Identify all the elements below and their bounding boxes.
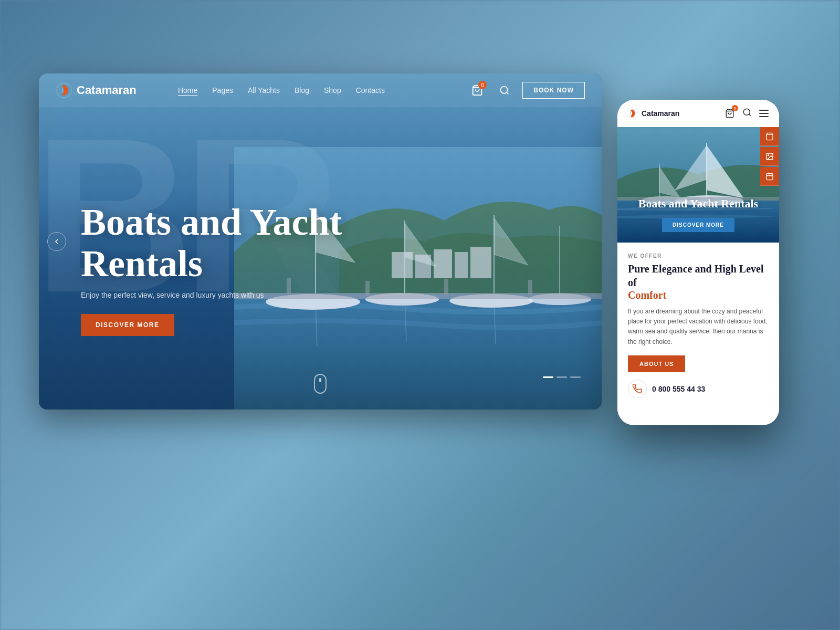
desktop-hero: BR (39, 74, 602, 410)
svg-point-25 (501, 87, 508, 93)
mobile-search-icon (742, 108, 752, 117)
svg-rect-18 (444, 279, 448, 295)
mobile-logo[interactable]: Catamaran (626, 107, 679, 120)
svg-rect-41 (766, 173, 773, 180)
svg-rect-19 (528, 280, 532, 295)
desktop-nav-actions: 0 BOOK NOW (468, 81, 585, 100)
mobile-sidebar-calendar-button[interactable] (760, 167, 779, 186)
offer-title-block: Pure Elegance and High Level of Comfort (628, 262, 769, 301)
mobile-cart-button[interactable]: 0 (722, 106, 737, 121)
we-offer-label: WE OFFER (628, 253, 769, 259)
desktop-cart-button[interactable]: 0 (468, 81, 487, 100)
hamburger-line-2 (759, 113, 769, 114)
phone-svg-icon (633, 384, 642, 394)
slider-prev-button[interactable] (47, 232, 66, 251)
desktop-hero-title: Boats and Yacht Rentals (81, 202, 375, 285)
svg-point-40 (768, 154, 769, 155)
svg-line-30 (749, 114, 750, 116)
mobile-logo-text: Catamaran (642, 109, 679, 118)
slider-dot-1[interactable] (543, 376, 553, 378)
desktop-nav-links: Home Pages All Yachts Blog Shop Contacts (178, 86, 385, 94)
nav-link-home[interactable]: Home (178, 86, 197, 94)
offer-description: If you are dreaming about the cozy and p… (628, 307, 769, 347)
mobile-sidebar-cart-icon (765, 132, 774, 141)
offer-title-line1: Pure Elegance and High Level of (628, 263, 764, 288)
mobile-sidebar-image-button[interactable] (760, 147, 779, 166)
mobile-hero-content: Boats and Yacht Rentals DISCOVER MORE (628, 196, 769, 232)
desktop-logo-text: Catamaran (77, 83, 136, 97)
nav-link-contacts[interactable]: Contacts (356, 86, 385, 94)
svg-rect-3 (434, 249, 452, 278)
mobile-logo-icon (626, 107, 638, 120)
nav-link-all-yachts[interactable]: All Yachts (248, 86, 280, 94)
mobile-content-section: WE OFFER Pure Elegance and High Level of… (617, 243, 779, 425)
mobile-cart-badge: 0 (732, 105, 738, 111)
desktop-search-button[interactable] (495, 81, 514, 100)
slider-dots (543, 376, 581, 378)
nav-link-shop[interactable]: Shop (324, 86, 341, 94)
phone-number: 0 800 555 44 33 (652, 385, 705, 393)
desktop-book-now-button[interactable]: BOOK NOW (522, 82, 585, 99)
offer-title-accent: Comfort (628, 289, 769, 301)
desktop-hero-subtitle: Enjoy the perfect view, service and luxu… (81, 291, 375, 299)
desktop-discover-button[interactable]: DISCOVER MORE (81, 314, 174, 336)
mobile-sidebar-actions (760, 127, 779, 186)
phone-icon[interactable] (628, 380, 647, 398)
mobile-hero-image: Boats and Yacht Rentals DISCOVER MORE (617, 127, 779, 243)
slider-dot-3[interactable] (570, 376, 581, 378)
svg-point-29 (743, 109, 750, 115)
desktop-mockup: BR (39, 74, 602, 410)
desktop-cart-badge: 0 (478, 81, 487, 89)
desktop-logo-icon (56, 82, 72, 99)
nav-link-blog[interactable]: Blog (295, 86, 309, 94)
hamburger-line-3 (759, 116, 769, 117)
desktop-hero-content: Boats and Yacht Rentals Enjoy the perfec… (81, 202, 375, 336)
hamburger-line-1 (759, 110, 769, 111)
scroll-dot (319, 378, 321, 382)
phone-row: 0 800 555 44 33 (628, 380, 769, 398)
scroll-indicator (314, 374, 327, 394)
offer-title-text: Pure Elegance and High Level of (628, 263, 764, 288)
desktop-navbar: Catamaran Home Pages All Yachts Blog Sho… (39, 74, 602, 107)
mobile-navbar: Catamaran 0 (617, 100, 779, 127)
mobile-hero-title: Boats and Yacht Rentals (628, 196, 769, 212)
mobile-search-button[interactable] (742, 108, 752, 119)
svg-rect-4 (455, 252, 468, 278)
mobile-nav-actions: 0 (722, 106, 771, 121)
about-us-button[interactable]: ABOUT US (628, 355, 685, 372)
search-icon (499, 85, 510, 96)
mobile-discover-button[interactable]: DISCOVER MORE (662, 218, 734, 232)
chevron-left-icon (52, 237, 61, 246)
nav-link-pages[interactable]: Pages (212, 86, 233, 94)
mobile-mockup: Catamaran 0 (617, 100, 779, 425)
slider-dot-2[interactable] (556, 376, 567, 378)
mobile-sidebar-cart-button[interactable] (760, 127, 779, 146)
mobile-sidebar-calendar-icon (765, 172, 774, 181)
mobile-menu-button[interactable] (757, 108, 771, 119)
desktop-logo[interactable]: Catamaran (56, 82, 136, 99)
svg-rect-5 (470, 247, 491, 278)
svg-line-26 (507, 92, 509, 94)
mobile-sidebar-image-icon (765, 152, 774, 161)
